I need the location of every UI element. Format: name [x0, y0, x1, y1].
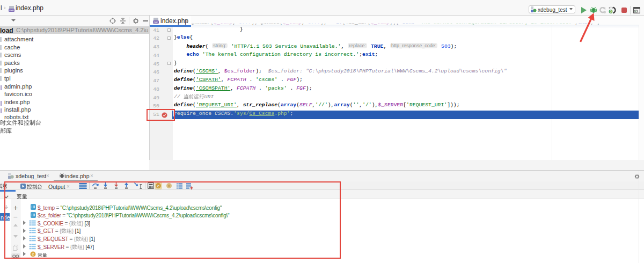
- svg-text:0: 0: [610, 10, 612, 13]
- svg-text:PHP: PHP: [153, 21, 158, 24]
- svg-text:PHP: PHP: [9, 9, 14, 12]
